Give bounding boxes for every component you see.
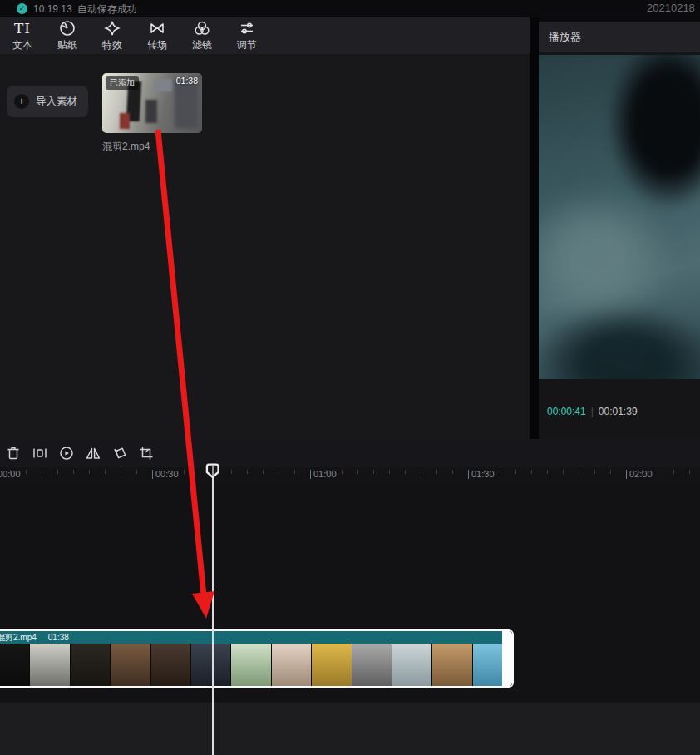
film-frame [151, 644, 190, 686]
rotate-button[interactable] [109, 442, 131, 464]
tab-effects[interactable]: 特效 [90, 18, 135, 53]
timeline-clip-name: 混剪2.mp4 [0, 632, 37, 644]
film-frame [272, 644, 311, 686]
film-frame [191, 644, 230, 686]
film-frame [111, 644, 150, 686]
timeline-toolbar [0, 439, 700, 467]
media-clip-thumbnail[interactable]: 已添加 01:38 [102, 73, 202, 133]
film-frame [432, 644, 471, 686]
text-icon: TI [14, 19, 31, 37]
clip-filmstrip [0, 644, 512, 686]
crop-button[interactable] [136, 442, 157, 464]
crop-icon [138, 445, 155, 461]
timeline-tracks[interactable]: 混剪2.mp4 01:38 [0, 484, 700, 755]
clip-filename: 混剪2.mp4 [102, 140, 202, 154]
ruler-label: 00:30 [152, 469, 179, 479]
autosave-status: 10:19:13自动保存成功 [33, 2, 142, 17]
autosave-time: 10:19:13 [33, 3, 72, 15]
delete-button[interactable] [2, 442, 24, 464]
ruler-label: 02:00 [626, 469, 653, 479]
preview-art [539, 304, 700, 379]
preview-art [607, 55, 700, 210]
sticker-icon [58, 19, 76, 37]
player-panel: 播放器 00:00:41|00:01:39 [539, 22, 700, 439]
film-frame [0, 644, 29, 686]
thumbnail-art [145, 100, 157, 123]
clip-trim-handle-right[interactable] [502, 631, 512, 686]
delete-icon [5, 445, 22, 461]
autosave-text: 自动保存成功 [77, 3, 137, 15]
player-timecodes: 00:00:41|00:01:39 [547, 406, 638, 417]
added-badge: 已添加 [106, 76, 139, 90]
film-frame [71, 644, 110, 686]
import-material-button[interactable]: + 导入素材 [7, 86, 88, 117]
ruler-label: 01:00 [310, 469, 337, 479]
adjust-icon [238, 19, 256, 37]
thumbnail-art [175, 80, 198, 128]
timeline-ruler[interactable]: 00:00 00:30 01:00 01:30 02:00 [0, 467, 700, 484]
tab-text[interactable]: TI 文本 [0, 18, 45, 53]
titlebar: ✓ 10:19:13自动保存成功 20210218 [0, 0, 700, 17]
tab-sticker[interactable]: 贴纸 [45, 18, 90, 53]
playhead-line [212, 466, 214, 755]
panel-divider [530, 17, 539, 439]
media-library-panel: + 导入素材 已添加 01:38 混剪2.mp4 [0, 54, 530, 439]
ruler-ticks [0, 470, 700, 474]
autosave-check-icon: ✓ [17, 3, 27, 14]
asset-toolbar: TI 文本 贴纸 特效 转场 [0, 17, 530, 54]
reverse-play-button[interactable] [56, 442, 77, 464]
tab-filter[interactable]: 滤镜 [180, 18, 224, 53]
project-date-text: 20210218 [647, 2, 695, 14]
plus-icon: + [14, 94, 29, 109]
freeze-frame-icon [32, 445, 48, 461]
timeline-clip-duration: 01:38 [48, 633, 69, 642]
clip-header: 混剪2.mp4 01:38 [0, 631, 512, 644]
film-frame [312, 644, 351, 686]
ruler-label: 00:00 [0, 469, 21, 479]
tab-transition[interactable]: 转场 [135, 18, 180, 53]
transition-icon [148, 19, 166, 37]
total-time: 00:01:39 [599, 406, 638, 417]
video-editor-window: ✓ 10:19:13自动保存成功 20210218 TI 文本 贴纸 [0, 0, 700, 755]
rotate-icon [111, 445, 128, 461]
player-header: 播放器 [539, 22, 700, 52]
media-clip-card[interactable]: 已添加 01:38 混剪2.mp4 [102, 73, 202, 154]
video-preview[interactable] [539, 55, 700, 379]
film-frame [231, 644, 270, 686]
timeline-video-clip[interactable]: 混剪2.mp4 01:38 [0, 629, 514, 688]
time-separator: | [591, 406, 594, 417]
film-frame [352, 644, 392, 686]
thumbnail-art [154, 79, 172, 91]
clip-duration: 01:38 [176, 76, 198, 86]
tab-adjust[interactable]: 调节 [224, 18, 269, 53]
player-title: 播放器 [549, 30, 581, 45]
current-time: 00:00:41 [547, 406, 586, 417]
playhead-handle[interactable] [205, 463, 220, 480]
reverse-play-icon [58, 445, 75, 461]
ruler-label: 01:30 [468, 469, 495, 479]
filter-icon [193, 19, 211, 37]
thumbnail-art [120, 113, 130, 129]
film-frame [392, 644, 431, 686]
timeline-bottom-area [0, 703, 700, 755]
timeline-section: 00:00 00:30 01:00 01:30 02:00 混剪2.mp4 01… [0, 439, 700, 755]
effects-icon [103, 19, 121, 37]
mirror-icon [85, 445, 101, 461]
film-frame [30, 644, 69, 686]
mirror-button[interactable] [82, 442, 104, 464]
freeze-frame-button[interactable] [29, 442, 51, 464]
